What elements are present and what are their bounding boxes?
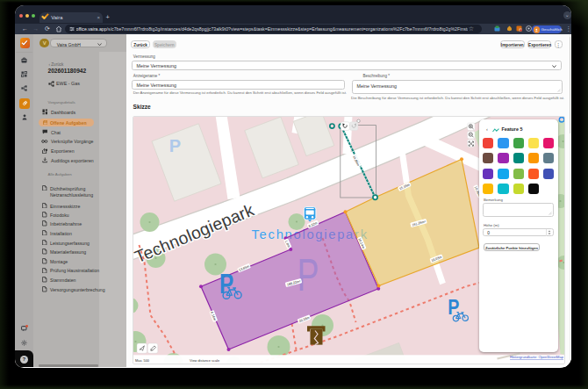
svg-text:P: P xyxy=(169,136,180,155)
svg-text:View distance scale: View distance scale xyxy=(190,358,219,363)
svg-text:Max. 500: Max. 500 xyxy=(135,358,150,363)
svg-text:Hintergrundkarte: OpenStreetMa: Hintergrundkarte: OpenStreetMap xyxy=(510,355,564,359)
